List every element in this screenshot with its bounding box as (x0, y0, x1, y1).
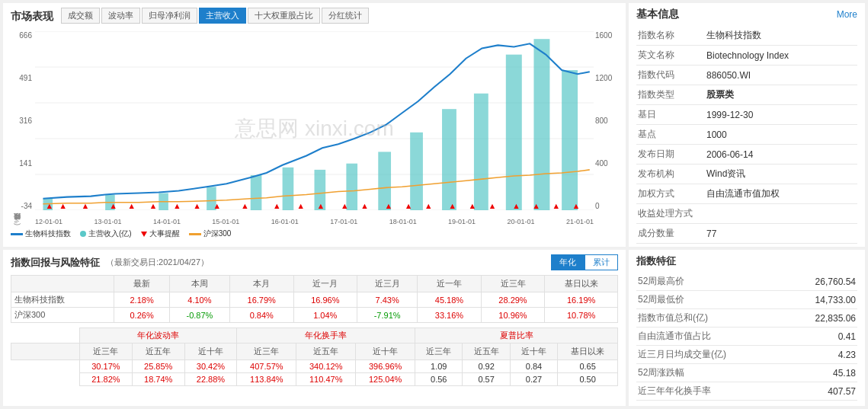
risk-r0-v0: 30.17% (80, 360, 133, 373)
tab-bodonglv[interactable]: 波动率 (101, 8, 140, 24)
toggle-cumulative[interactable]: 累计 (585, 254, 618, 270)
info-panel-header: 基本信息 More (636, 8, 857, 21)
toggle-annualized[interactable]: 年化 (551, 254, 585, 270)
y-right-0: 0 (595, 202, 600, 210)
x-label-1: 13-01-01 (94, 218, 121, 225)
info-row-2: 指数代码 886050.WI (636, 66, 857, 85)
info-value-0: 生物科技指数 (705, 26, 857, 46)
risk-r1-v5: 125.04% (356, 373, 415, 386)
legend-event-icon (141, 232, 147, 237)
return-biotech-1m: 16.96% (293, 292, 357, 308)
y-right-400: 400 (595, 159, 608, 168)
char-table: 52周最高价 26,760.54 52周最低价 14,733.00 指数市值总和… (636, 273, 857, 401)
info-panel-title: 基本信息 (636, 8, 679, 21)
return-hs300-month: 0.84% (229, 308, 293, 323)
return-hs300-since: 10.78% (545, 308, 618, 323)
risk-r0-v1: 25.85% (132, 360, 184, 373)
return-col-3m: 近三月 (357, 276, 418, 292)
return-hs300-3y: 10.96% (481, 308, 545, 323)
char-panel: 指数特征 52周最高价 26,760.54 52周最低价 14,733.00 指… (629, 250, 865, 406)
svg-rect-18 (506, 55, 522, 210)
risk-r0-v5: 396.96% (356, 360, 415, 373)
info-row-3: 指数类型 股票类 (636, 85, 857, 105)
return-col-month: 本月 (229, 276, 293, 292)
svg-rect-19 (533, 39, 549, 210)
tab-fenhong[interactable]: 分红统计 (322, 8, 369, 24)
return-panel-header: 指数回报与风险特征 （最新交易日:2021/04/27） 年化 累计 (11, 254, 618, 270)
risk-row-1: 21.82% 18.74% 22.88% 113.84% 110.47% 125… (11, 373, 618, 386)
risk-r1-v3: 113.84% (237, 373, 296, 386)
svg-rect-20 (562, 70, 578, 210)
return-col-since: 基日以来 (545, 276, 618, 292)
risk-r0-v9: 0.65 (558, 360, 618, 373)
risk-table: 年化波动率 年化换手率 夏普比率 近三年 近五年 近十年 近三年 近五年 近十年 (11, 328, 618, 386)
x-label-2: 14-01-01 (153, 218, 181, 225)
svg-marker-25 (130, 204, 134, 209)
x-label-5: 17-01-01 (330, 218, 357, 225)
char-row-2: 指数市值总和(亿) 22,835.06 (636, 309, 857, 328)
info-label-0: 指数名称 (636, 26, 705, 46)
char-label-1: 52周最低价 (636, 291, 786, 309)
tab-top10[interactable]: 十大权重股占比 (248, 8, 320, 24)
svg-rect-15 (410, 133, 423, 210)
info-value-7: Wind资讯 (705, 165, 857, 184)
info-value-8: 自由流通市值加权 (705, 184, 857, 204)
info-value-9 (705, 204, 857, 224)
info-value-1: Biotechnology Index (705, 46, 857, 66)
svg-marker-26 (151, 204, 155, 209)
char-label-2: 指数市值总和(亿) (636, 309, 786, 328)
return-col-1y: 近一年 (418, 276, 482, 292)
info-row-10: 成分数量 77 (636, 224, 857, 244)
svg-rect-9 (207, 187, 216, 210)
info-label-3: 指数类型 (636, 85, 705, 105)
svg-marker-38 (426, 204, 431, 209)
risk-r0-v7: 0.92 (463, 360, 510, 373)
market-panel-title: 市场表现 (11, 10, 53, 24)
risk-col-5y-sharpe: 近五年 (463, 343, 510, 360)
info-label-2: 指数代码 (636, 66, 705, 85)
risk-r0-v8: 0.84 (510, 360, 557, 373)
char-label-0: 52周最高价 (636, 273, 786, 291)
info-value-2: 886050.WI (705, 66, 857, 85)
char-row-3: 自由流通市值占比 0.41 (636, 328, 857, 346)
legend-revenue-label: 主营收入(亿) (88, 228, 132, 239)
tab-zhuyingshouru[interactable]: 主营收入 (199, 8, 246, 24)
return-row-hs300: 沪深300 0.26% -0.87% 0.84% 1.04% -7.91% 33… (11, 308, 618, 323)
risk-r1-v0: 21.82% (80, 373, 133, 386)
char-value-0: 26,760.54 (786, 273, 857, 291)
tab-guimu[interactable]: 归母净利润 (142, 8, 197, 24)
risk-col-since-sharpe: 基日以来 (558, 343, 618, 360)
return-col-latest: 最新 (114, 276, 170, 292)
risk-col-3y-vol: 近三年 (80, 343, 133, 360)
info-table: 指数名称 生物科技指数 英文名称 Biotechnology Index 指数代… (636, 26, 857, 244)
return-col-1m: 近一月 (293, 276, 357, 292)
return-col-3y: 近三年 (481, 276, 545, 292)
char-label-6: 近三年年化换手率 (636, 382, 786, 401)
tab-chengjiaoe[interactable]: 成交额 (61, 8, 100, 24)
char-row-1: 52周最低价 14,733.00 (636, 291, 857, 309)
risk-header-sharpe: 夏普比率 (415, 328, 618, 343)
risk-header-turn: 年化换手率 (237, 328, 415, 343)
return-hs300-3m: -7.91% (357, 308, 418, 323)
info-row-1: 英文名称 Biotechnology Index (636, 46, 857, 66)
svg-rect-13 (346, 164, 357, 210)
info-row-7: 发布机构 Wind资讯 (636, 165, 857, 184)
legend-biotech: 生物科技指数 (11, 228, 71, 239)
more-link[interactable]: More (837, 9, 857, 20)
y-left-unit: 累计涨跌幅(%) (13, 215, 21, 225)
return-biotech-month: 16.79% (229, 292, 293, 308)
svg-rect-17 (474, 94, 488, 210)
info-label-8: 加权方式 (636, 184, 705, 204)
char-row-0: 52周最高价 26,760.54 (636, 273, 857, 291)
legend-revenue: 主营收入(亿) (80, 228, 132, 239)
return-biotech-1y: 45.18% (418, 292, 482, 308)
char-value-2: 22,835.06 (786, 309, 857, 328)
return-hs300-week: -0.87% (169, 308, 229, 323)
svg-rect-12 (315, 170, 326, 210)
return-name-hs300: 沪深300 (11, 308, 114, 323)
risk-r1-v1: 18.74% (132, 373, 184, 386)
svg-marker-41 (490, 204, 495, 209)
svg-marker-44 (554, 204, 559, 209)
info-row-8: 加权方式 自由流通市值加权 (636, 184, 857, 204)
info-label-9: 收益处理方式 (636, 204, 705, 224)
